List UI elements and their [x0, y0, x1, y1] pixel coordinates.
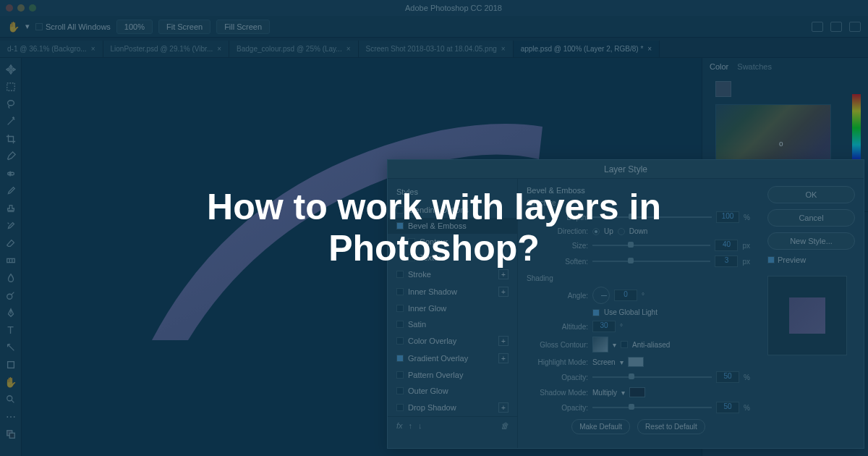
style-row[interactable]: Stroke+: [388, 266, 517, 283]
s-opacity-input[interactable]: 50: [716, 402, 739, 413]
swatches-tab[interactable]: Swatches: [737, 62, 772, 71]
trash-icon[interactable]: 🗑: [501, 421, 509, 430]
highlight-mode-select[interactable]: Screen: [592, 358, 616, 366]
style-checkbox[interactable]: [408, 238, 415, 245]
gloss-contour[interactable]: [592, 337, 608, 352]
style-checkbox[interactable]: [396, 206, 404, 214]
style-checkbox[interactable]: [396, 288, 404, 295]
tab-doc-1[interactable]: d-1 @ 36.1% (Backgro...×: [0, 41, 103, 57]
depth-slider[interactable]: [592, 216, 712, 218]
style-row[interactable]: Blending Options: [388, 202, 517, 218]
close-icon[interactable]: ×: [501, 45, 506, 53]
style-row[interactable]: Satin: [388, 316, 517, 332]
tab-doc-4[interactable]: Screen Shot 2018-03-10 at 18.04.05.png×: [359, 41, 514, 57]
global-light-checkbox[interactable]: [592, 309, 600, 316]
share-icon[interactable]: [849, 22, 861, 32]
style-checkbox[interactable]: [396, 321, 404, 328]
fit-screen-button[interactable]: Fit Screen: [158, 20, 210, 34]
shadow-mode-select[interactable]: Multiply: [592, 389, 617, 397]
zoom-level[interactable]: 100%: [116, 20, 153, 34]
dropdown-icon[interactable]: ▾: [620, 358, 624, 366]
make-default-button[interactable]: Make Default: [571, 419, 630, 434]
style-row[interactable]: Outer Glow: [388, 383, 517, 399]
style-checkbox[interactable]: [408, 254, 415, 261]
brush-tool-icon[interactable]: [0, 182, 21, 200]
reset-default-button[interactable]: Reset to Default: [637, 419, 705, 434]
path-tool-icon[interactable]: [0, 339, 21, 356]
scroll-all-checkbox[interactable]: Scroll All Windows: [35, 22, 111, 31]
tab-doc-5[interactable]: apple.psd @ 100% (Layer 2, RGB/8) *×: [514, 41, 660, 57]
plus-icon[interactable]: +: [498, 336, 509, 346]
tab-doc-3[interactable]: Badge_colour.psd @ 25% (Lay...×: [229, 41, 358, 57]
more-tools-icon[interactable]: ⋯: [0, 408, 21, 426]
shape-tool-icon[interactable]: [0, 356, 21, 373]
fx-label[interactable]: fx: [396, 421, 403, 430]
style-row[interactable]: Drop Shadow+: [388, 399, 517, 416]
style-row[interactable]: Inner Shadow+: [388, 283, 517, 300]
search-icon[interactable]: [812, 22, 823, 32]
soften-slider[interactable]: [592, 261, 710, 262]
down-icon[interactable]: ↓: [418, 421, 422, 430]
marquee-tool-icon[interactable]: [0, 78, 21, 96]
style-checkbox[interactable]: [396, 222, 404, 229]
stamp-tool-icon[interactable]: [0, 200, 21, 217]
style-row[interactable]: Bevel & Emboss: [388, 218, 517, 234]
down-radio[interactable]: [618, 228, 625, 235]
minimize-icon[interactable]: [17, 4, 25, 12]
shadow-color-swatch[interactable]: [629, 387, 645, 397]
up-radio[interactable]: [592, 228, 600, 235]
eyedropper-tool-icon[interactable]: [0, 148, 21, 165]
close-icon[interactable]: ×: [91, 45, 95, 53]
style-checkbox[interactable]: [396, 355, 404, 362]
style-checkbox[interactable]: [396, 387, 404, 394]
angle-dial[interactable]: [592, 287, 610, 304]
tab-doc-2[interactable]: LionPoster.psd @ 29.1% (Vibr...×: [103, 41, 230, 57]
style-row[interactable]: Gradient Overlay+: [388, 350, 517, 367]
close-icon[interactable]: ×: [346, 45, 351, 53]
hand-tool-icon[interactable]: ✋: [0, 373, 21, 391]
dodge-tool-icon[interactable]: [0, 287, 21, 304]
style-row[interactable]: Inner Glow: [388, 300, 517, 316]
antialias-checkbox[interactable]: [621, 341, 628, 348]
zoom-tool-icon[interactable]: [0, 391, 21, 408]
fg-swatch[interactable]: [715, 81, 731, 97]
pen-tool-icon[interactable]: [0, 304, 21, 321]
close-icon[interactable]: ×: [217, 45, 221, 53]
angle-input[interactable]: 0: [614, 290, 637, 301]
eraser-tool-icon[interactable]: [0, 235, 21, 252]
s-opacity-slider[interactable]: [592, 407, 712, 408]
fill-screen-button[interactable]: Fill Screen: [216, 20, 270, 34]
highlight-color-swatch[interactable]: [628, 357, 644, 367]
move-tool-icon[interactable]: [0, 61, 21, 78]
lasso-tool-icon[interactable]: [0, 96, 21, 113]
depth-input[interactable]: 100: [716, 211, 739, 223]
preview-checkbox[interactable]: Preview: [767, 256, 855, 264]
dropdown-icon[interactable]: ▾: [25, 22, 30, 31]
heal-tool-icon[interactable]: [0, 165, 21, 182]
ok-button[interactable]: OK: [767, 186, 855, 203]
h-opacity-slider[interactable]: [592, 376, 712, 378]
color-tab[interactable]: Color: [710, 62, 728, 71]
style-row[interactable]: Color Overlay+: [388, 332, 517, 350]
new-style-button[interactable]: New Style...: [767, 232, 855, 250]
plus-icon[interactable]: +: [498, 287, 509, 297]
close-icon[interactable]: ×: [647, 45, 652, 53]
style-checkbox[interactable]: [396, 337, 404, 345]
cancel-button[interactable]: Cancel: [767, 209, 855, 227]
workspace-icon[interactable]: [830, 22, 842, 32]
maximize-icon[interactable]: [29, 4, 36, 12]
close-icon[interactable]: [6, 4, 13, 12]
history-brush-icon[interactable]: [0, 217, 21, 235]
size-slider[interactable]: [592, 245, 710, 246]
plus-icon[interactable]: +: [498, 353, 509, 363]
crop-tool-icon[interactable]: [0, 130, 21, 148]
style-checkbox[interactable]: [396, 271, 404, 278]
size-input[interactable]: 40: [715, 240, 738, 251]
altitude-input[interactable]: 30: [592, 321, 616, 332]
wand-tool-icon[interactable]: [0, 113, 21, 130]
contour-dropdown-icon[interactable]: ▾: [613, 341, 616, 349]
style-checkbox[interactable]: [396, 305, 404, 312]
style-row[interactable]: Pattern Overlay: [388, 367, 517, 383]
plus-icon[interactable]: +: [498, 269, 509, 279]
style-checkbox[interactable]: [396, 404, 404, 411]
